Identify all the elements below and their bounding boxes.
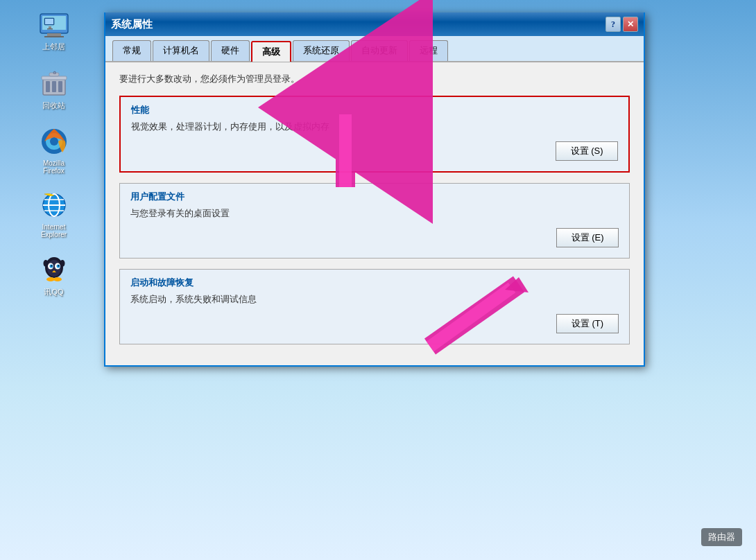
svg-point-32 (43, 260, 48, 267)
dialog-titlebar: 系统属性 ? ✕ (105, 12, 644, 36)
user-profile-title: 用户配置文件 (130, 191, 619, 203)
dialog-title: 系统属性 (111, 18, 153, 31)
tab-system-restore[interactable]: 系统还原 (293, 40, 350, 61)
ie-label: InternetExplorer (41, 223, 67, 238)
firefox-label: MozillaFirefox (43, 159, 65, 175)
svg-point-33 (60, 260, 65, 267)
svg-point-17 (50, 137, 58, 146)
svg-text:♻: ♻ (52, 71, 55, 75)
close-button[interactable]: ✕ (623, 17, 638, 32)
sidebar: 上邻居 ♻ 回收站 (0, 0, 108, 560)
tab-advanced[interactable]: 高级 (251, 41, 291, 62)
svg-rect-9 (46, 81, 50, 92)
svg-rect-6 (49, 26, 51, 28)
svg-point-30 (58, 265, 59, 267)
performance-btn-row: 设置 (S) (131, 141, 618, 161)
performance-desc: 视觉效果，处理器计划，内存使用，以及虚拟内存 (131, 121, 618, 133)
svg-point-29 (51, 265, 52, 267)
svg-rect-3 (44, 36, 64, 37)
watermark-text: 路由器 (708, 532, 735, 542)
tab-general[interactable]: 常规 (112, 40, 151, 61)
titlebar-buttons: ? ✕ (605, 17, 638, 32)
tab-auto-update[interactable]: 自动更新 (351, 40, 408, 61)
startup-recovery-desc: 系统启动，系统失败和调试信息 (130, 293, 619, 306)
tabs-container: 常规 计算机名 硬件 高级 系统还原 自动更新 远程 (105, 36, 644, 62)
tab-computer-name[interactable]: 计算机名 (153, 40, 209, 61)
ie-icon (37, 189, 71, 222)
watermark: 路由器 (701, 528, 742, 546)
neighbor-label: 上邻居 (42, 42, 65, 52)
svg-rect-12 (42, 76, 67, 80)
recycle-label: 回收站 (42, 100, 65, 111)
admin-notice: 要进行大多数改动，您必须作为管理员登录。 (119, 73, 630, 85)
svg-rect-5 (45, 19, 53, 24)
svg-point-35 (53, 277, 62, 281)
qq-icon (37, 252, 71, 286)
performance-section: 性能 视觉效果，处理器计划，内存使用，以及虚拟内存 设置 (S) (119, 96, 630, 173)
user-profile-btn-row: 设置 (E) (130, 228, 619, 247)
svg-rect-11 (58, 81, 62, 92)
qq-label: 讯QQ (44, 287, 63, 297)
sidebar-icon-qq[interactable]: 讯QQ (26, 252, 82, 297)
desktop: 上邻居 ♻ 回收站 (0, 0, 756, 560)
startup-recovery-btn-row: 设置 (T) (130, 314, 619, 333)
svg-rect-2 (47, 33, 61, 36)
startup-recovery-settings-button[interactable]: 设置 (T) (556, 314, 619, 333)
svg-rect-10 (52, 81, 56, 92)
user-profile-section: 用户配置文件 与您登录有关的桌面设置 设置 (E) (119, 183, 630, 259)
sidebar-icon-firefox[interactable]: MozillaFirefox (26, 125, 82, 175)
sidebar-icon-ie[interactable]: InternetExplorer (26, 189, 82, 238)
svg-rect-7 (47, 28, 53, 30)
system-properties-dialog: 系统属性 ? ✕ 常规 计算机名 硬件 高级 系统还原 自动更新 远程 要进行大… (104, 12, 645, 367)
sidebar-icon-recycle[interactable]: ♻ 回收站 (26, 66, 82, 111)
user-profile-settings-button[interactable]: 设置 (E) (556, 228, 619, 247)
neighbor-icon (37, 7, 71, 40)
startup-recovery-section: 启动和故障恢复 系统启动，系统失败和调试信息 设置 (T) (119, 269, 630, 344)
startup-recovery-title: 启动和故障恢复 (130, 277, 619, 289)
tab-remote[interactable]: 远程 (409, 40, 448, 61)
recycle-icon: ♻ (37, 66, 71, 99)
firefox-icon (37, 125, 71, 158)
performance-title: 性能 (131, 104, 618, 116)
sidebar-icon-neighbor[interactable]: 上邻居 (26, 7, 82, 52)
user-profile-desc: 与您登录有关的桌面设置 (130, 207, 619, 220)
performance-settings-button[interactable]: 设置 (S) (556, 141, 618, 161)
tab-hardware[interactable]: 硬件 (211, 40, 250, 61)
help-button[interactable]: ? (605, 17, 621, 32)
dialog-content: 要进行大多数改动，您必须作为管理员登录。 性能 视觉效果，处理器计划，内存使用，… (105, 62, 644, 365)
